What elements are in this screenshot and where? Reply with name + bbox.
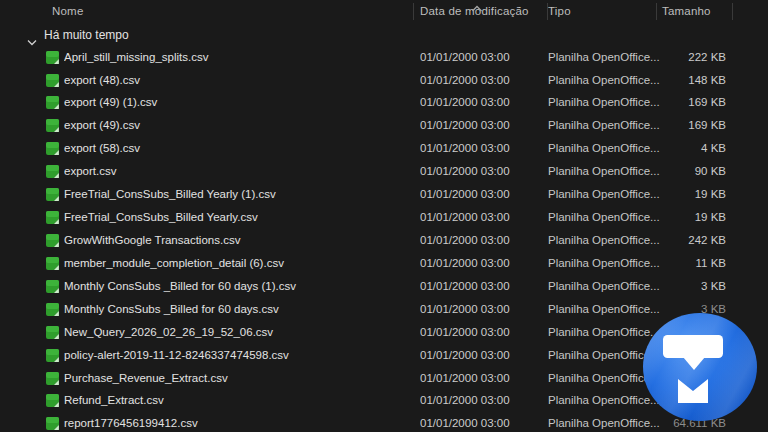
file-name: export.csv [64, 160, 408, 183]
file-row[interactable]: FreeTrial_ConsSubs_Billed Yearly.csv 01/… [0, 206, 768, 229]
csv-file-icon [46, 51, 59, 64]
file-date-modified: 01/01/2000 03:00 [420, 252, 542, 275]
file-date-modified: 01/01/2000 03:00 [420, 160, 542, 183]
file-size: 169 KB [616, 91, 726, 114]
file-explorer-window: { "window": { "background_color": "#1a1a… [0, 0, 768, 432]
file-row[interactable]: member_module_completion_detail (6).csv … [0, 252, 768, 275]
file-row[interactable]: export (49) (1).csv 01/01/2000 03:00 Pla… [0, 91, 768, 114]
file-size: 90 KB [616, 160, 726, 183]
file-row[interactable]: export (49).csv 01/01/2000 03:00 Planilh… [0, 114, 768, 137]
csv-file-icon [46, 349, 59, 362]
file-name: FreeTrial_ConsSubs_Billed Yearly.csv [64, 206, 408, 229]
file-date-modified: 01/01/2000 03:00 [420, 412, 542, 432]
file-row[interactable]: FreeTrial_ConsSubs_Billed Yearly (1).csv… [0, 183, 768, 206]
file-size: 19 KB [616, 183, 726, 206]
file-name: member_module_completion_detail (6).csv [64, 252, 408, 275]
file-date-modified: 01/01/2000 03:00 [420, 298, 542, 321]
csv-file-icon [46, 234, 59, 247]
column-divider[interactable] [732, 3, 733, 20]
file-date-modified: 01/01/2000 03:00 [420, 321, 542, 344]
file-name: policy-alert-2019-11-12-8246337474598.cs… [64, 344, 408, 367]
file-date-modified: 01/01/2000 03:00 [420, 389, 542, 412]
file-date-modified: 01/01/2000 03:00 [420, 344, 542, 367]
csv-file-icon [46, 372, 59, 385]
file-date-modified: 01/01/2000 03:00 [420, 91, 542, 114]
speech-bubble-m-icon [643, 313, 757, 421]
file-size: 242 KB [616, 229, 726, 252]
file-name: New_Query_2026_02_26_19_52_06.csv [64, 321, 408, 344]
file-date-modified: 01/01/2000 03:00 [420, 183, 542, 206]
file-name: FreeTrial_ConsSubs_Billed Yearly (1).csv [64, 183, 408, 206]
file-size: 11 KB [616, 252, 726, 275]
file-name: report1776456199412.csv [64, 412, 408, 432]
file-row[interactable]: April_still_missing_splits.csv 01/01/200… [0, 46, 768, 69]
csv-file-icon [46, 303, 59, 316]
file-row[interactable]: export (48).csv 01/01/2000 03:00 Planilh… [0, 69, 768, 92]
chevron-down-icon[interactable] [27, 32, 37, 39]
column-header-type[interactable]: Tipo [548, 0, 571, 22]
file-name: GrowWithGoogle Transactions.csv [64, 229, 408, 252]
file-date-modified: 01/01/2000 03:00 [420, 137, 542, 160]
csv-file-icon [46, 257, 59, 270]
file-row[interactable]: GrowWithGoogle Transactions.csv 01/01/20… [0, 229, 768, 252]
file-row[interactable]: export.csv 01/01/2000 03:00 Planilha Ope… [0, 160, 768, 183]
file-date-modified: 01/01/2000 03:00 [420, 275, 542, 298]
column-divider[interactable] [413, 3, 414, 20]
file-row[interactable]: Monthly ConsSubs _Billed for 60 days (1)… [0, 275, 768, 298]
csv-file-icon [46, 211, 59, 224]
file-date-modified: 01/01/2000 03:00 [420, 367, 542, 390]
csv-file-icon [46, 96, 59, 109]
file-name: Refund_Extract.csv [64, 389, 408, 412]
csv-file-icon [46, 74, 59, 87]
file-name: Monthly ConsSubs _Billed for 60 days (1)… [64, 275, 408, 298]
file-name: export (48).csv [64, 69, 408, 92]
csv-file-icon [46, 165, 59, 178]
file-size: 3 KB [616, 275, 726, 298]
group-label: Há muito tempo [44, 24, 129, 46]
csv-file-icon [46, 280, 59, 293]
column-header-bar: Nome Data de modificação Tipo Tamanho [0, 0, 768, 22]
file-name: export (58).csv [64, 137, 408, 160]
sort-ascending-icon [471, 0, 483, 5]
column-header-size[interactable]: Tamanho [662, 0, 711, 22]
column-header-name[interactable]: Nome [52, 0, 83, 22]
file-size: 169 KB [616, 114, 726, 137]
file-size: 4 KB [616, 137, 726, 160]
file-name: Purchase_Revenue_Extract.csv [64, 367, 408, 390]
csv-file-icon [46, 394, 59, 407]
group-header[interactable]: Há muito tempo [0, 24, 768, 46]
file-date-modified: 01/01/2000 03:00 [420, 69, 542, 92]
file-row[interactable]: export (58).csv 01/01/2000 03:00 Planilh… [0, 137, 768, 160]
csv-file-icon [46, 417, 59, 430]
app-logo-watermark [643, 313, 757, 421]
column-divider[interactable] [547, 3, 548, 20]
csv-file-icon [46, 142, 59, 155]
csv-file-icon [46, 188, 59, 201]
file-date-modified: 01/01/2000 03:00 [420, 206, 542, 229]
file-size: 222 KB [616, 46, 726, 69]
file-name: export (49).csv [64, 114, 408, 137]
file-name: Monthly ConsSubs _Billed for 60 days.csv [64, 298, 408, 321]
file-date-modified: 01/01/2000 03:00 [420, 114, 542, 137]
file-size: 148 KB [616, 69, 726, 92]
file-size: 19 KB [616, 206, 726, 229]
file-name: April_still_missing_splits.csv [64, 46, 408, 69]
csv-file-icon [46, 119, 59, 132]
csv-file-icon [46, 326, 59, 339]
file-name: export (49) (1).csv [64, 91, 408, 114]
column-divider[interactable] [656, 3, 657, 20]
file-date-modified: 01/01/2000 03:00 [420, 46, 542, 69]
file-date-modified: 01/01/2000 03:00 [420, 229, 542, 252]
